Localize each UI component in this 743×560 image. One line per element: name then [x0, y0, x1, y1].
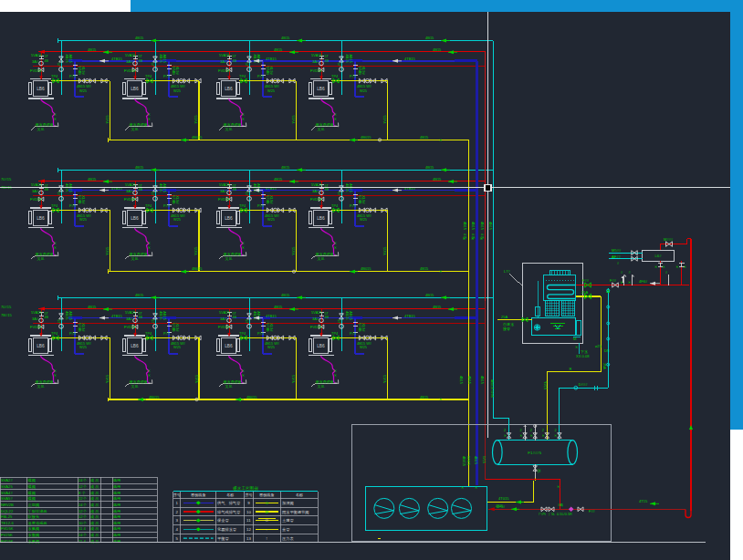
svg-text:✕: ✕	[542, 433, 545, 438]
svg-text:5T: 5T	[151, 63, 154, 67]
svg-text:✕: ✕	[480, 236, 483, 241]
svg-text:成 品: 成 品	[90, 478, 99, 482]
svg-text:P#5: P#5	[69, 74, 76, 78]
svg-text:4B15: 4B15	[135, 36, 144, 40]
svg-text:4B15: 4B15	[420, 266, 429, 271]
svg-text:5VA25: 5VA25	[125, 182, 137, 187]
svg-text:XL9#: XL9#	[361, 195, 366, 204]
svg-text:4B: 4B	[325, 59, 330, 63]
svg-text:Y#15: Y#15	[291, 115, 296, 123]
svg-text:AF##: AF##	[612, 254, 622, 259]
svg-text:4B15: 4B15	[480, 376, 485, 384]
svg-text:Y#15: Y#15	[194, 115, 199, 123]
svg-text:5VA25: 5VA25	[311, 310, 323, 315]
svg-text:选用: 选用	[113, 526, 120, 531]
svg-text:TP4: TP4	[239, 203, 246, 208]
svg-text:W25: W25	[360, 217, 367, 222]
svg-text:FVD5K: FVD5K	[310, 68, 322, 73]
svg-text:W25: W25	[79, 88, 87, 93]
svg-text:丫型过滤器: 丫型过滤器	[28, 509, 47, 513]
svg-text:选用: 选用	[113, 503, 120, 507]
svg-text:3A#: 3A#	[220, 189, 227, 193]
svg-text:✕: ✕	[569, 367, 572, 371]
svg-text:XL9#: XL9#	[175, 323, 180, 332]
svg-text:5VA25: 5VA25	[219, 53, 231, 57]
svg-text:LB6: LB6	[131, 87, 139, 91]
svg-text:又见: 又见	[318, 384, 325, 389]
svg-text:排气或排气管: 排气或排气管	[217, 510, 241, 514]
svg-text:✕: ✕	[334, 117, 338, 121]
svg-text:✕: ✕	[554, 433, 557, 438]
svg-text:成 品: 成 品	[90, 491, 99, 495]
svg-text:XX 0.08: XX 0.08	[576, 354, 590, 358]
svg-text:又见: 又见	[225, 256, 233, 261]
svg-text:P#5: P#5	[69, 331, 76, 336]
svg-text:5T: 5T	[151, 192, 154, 196]
svg-text:5T: 5T	[245, 319, 248, 324]
svg-text:TP4: TP4	[145, 331, 152, 336]
svg-text:DN: DN	[604, 348, 610, 353]
svg-text:4B: 4B	[233, 316, 237, 319]
svg-text:软接头: 软接头	[28, 514, 40, 519]
svg-text:FVD5K: FVD5K	[218, 325, 230, 329]
svg-text:4B015: 4B015	[246, 395, 257, 399]
svg-text:4B: 4B	[325, 316, 330, 319]
svg-text:5VA25: 5VA25	[31, 310, 43, 315]
svg-text:4B15: 4B15	[88, 47, 97, 52]
svg-text:5T4B: 5T4B	[172, 195, 176, 204]
svg-text:✕: ✕	[654, 264, 657, 269]
svg-text:FVD5K: FVD5K	[310, 197, 322, 202]
svg-text:25A: 25A	[501, 315, 508, 319]
svg-text:LB6: LB6	[225, 87, 233, 91]
svg-text:AB15: AB15	[162, 55, 167, 64]
svg-text:5T: 5T	[337, 192, 340, 196]
svg-text:5T: 5T	[325, 55, 330, 58]
svg-text:4B15: 4B15	[459, 376, 464, 384]
svg-text:4B015: 4B015	[462, 456, 466, 466]
svg-text:4B15: 4B15	[425, 293, 434, 297]
svg-text:G: G	[266, 501, 268, 505]
svg-text:又见: 又见	[131, 256, 139, 261]
svg-text:口内: 口内	[539, 512, 546, 516]
svg-text:成 品: 成 品	[90, 496, 99, 501]
svg-text:↑: ↑	[266, 536, 267, 541]
svg-text:4B: 4B	[233, 59, 237, 63]
svg-text:5T: 5T	[57, 63, 60, 67]
svg-text:✕: ✕	[519, 433, 522, 438]
svg-text:4B015: 4B015	[361, 266, 372, 271]
svg-text:5T: 5T	[57, 192, 60, 196]
svg-text:SVA2#: SVA2#	[1, 478, 13, 482]
svg-text:LB6: LB6	[37, 344, 45, 348]
svg-text:4TB15: 4TB15	[404, 57, 416, 61]
svg-text:✕: ✕	[684, 264, 686, 269]
svg-text:4T015: 4T015	[498, 496, 509, 501]
svg-text:✕: ✕	[439, 397, 442, 401]
svg-text:Y#15: Y#15	[105, 375, 110, 383]
svg-text:✕: ✕	[242, 245, 246, 250]
svg-text:XL9#: XL9#	[269, 67, 274, 76]
svg-text:XL9#: XL9#	[81, 67, 86, 76]
svg-text:又见: 又见	[225, 127, 233, 131]
svg-text:4B015: 4B015	[490, 379, 495, 389]
svg-text:4B15: 4B15	[480, 222, 485, 230]
svg-text:FVD5K: FVD5K	[124, 197, 136, 202]
svg-text:5T: 5T	[139, 312, 143, 316]
svg-text:XL9#: XL9#	[81, 195, 86, 204]
svg-text:✕: ✕	[475, 485, 477, 490]
svg-text:L6#: L6#	[655, 254, 663, 258]
svg-text:5T: 5T	[233, 184, 237, 188]
svg-text:5VA25: 5VA25	[219, 182, 231, 187]
svg-text:名称: 名称	[226, 493, 234, 497]
svg-text:W25: W25	[360, 88, 367, 93]
svg-text:化霜排水管: 化霜排水管	[217, 527, 237, 532]
svg-text:Y#15: Y#15	[194, 375, 199, 383]
svg-text:4TB15: 4TB15	[111, 314, 123, 318]
svg-text:2: 2	[530, 428, 532, 432]
svg-text:AB15: AB15	[162, 311, 167, 320]
svg-text:#略: #略	[558, 503, 563, 507]
svg-text:P#5: P#5	[163, 331, 170, 336]
svg-text:FV25K: FV25K	[1, 533, 13, 537]
svg-text:5T: 5T	[337, 63, 340, 67]
svg-text:序号: 序号	[173, 493, 181, 497]
svg-text:4B15: 4B15	[88, 305, 97, 309]
